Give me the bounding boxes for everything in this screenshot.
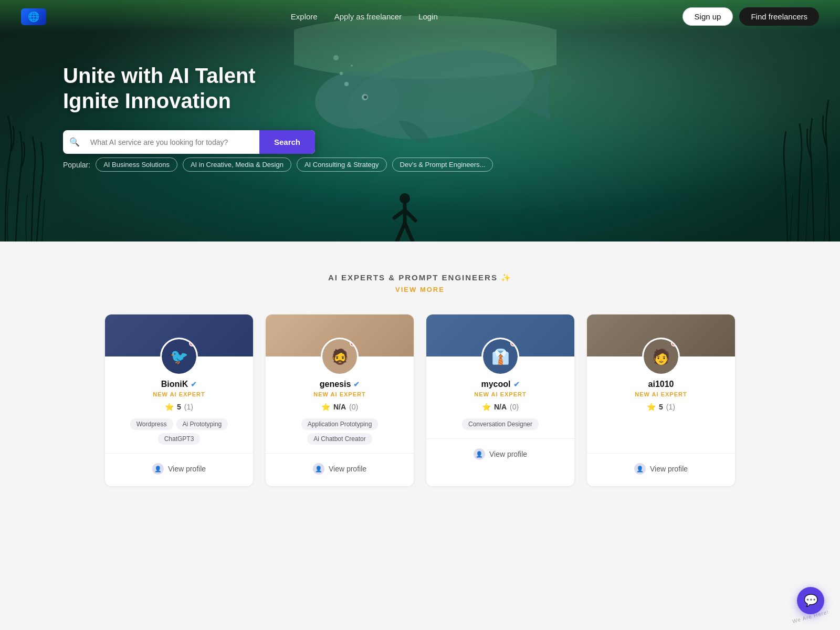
navbar: 🌐 Explore Apply as freelancer Login Sign… bbox=[0, 0, 840, 33]
card-top: 👔 bbox=[426, 314, 574, 356]
avatar: 👔 bbox=[481, 338, 519, 375]
expert-badge: NEW AI EXPERT bbox=[153, 391, 205, 397]
skill-tag[interactable]: Ai Chatbot Creator bbox=[307, 433, 372, 445]
main-content: AI EXPERTS & PROMPT ENGINEERS ✨ VIEW MOR… bbox=[0, 242, 840, 528]
find-freelancers-button[interactable]: Find freelancers bbox=[739, 7, 819, 26]
section-title: AI EXPERTS & PROMPT ENGINEERS ✨ bbox=[21, 273, 819, 282]
tag-devs[interactable]: Dev's & Prompt Engineers... bbox=[392, 158, 494, 172]
star-icon: ⭐ bbox=[482, 403, 491, 411]
verified-icon: ✔ bbox=[513, 380, 520, 388]
card-tags: WordpressAi PrototypingChatGPT3 bbox=[105, 418, 253, 445]
skill-tag[interactable]: ChatGPT3 bbox=[158, 433, 201, 445]
avatar: 🧑 bbox=[642, 338, 680, 375]
rating-value: N/A bbox=[333, 403, 346, 411]
hero-section: 🌐 Explore Apply as freelancer Login Sign… bbox=[0, 0, 840, 242]
expert-badge: NEW AI EXPERT bbox=[313, 391, 365, 397]
view-profile-button[interactable]: 👤 View profile bbox=[628, 460, 694, 478]
freelancer-card: 🧑 ai1010 NEW AI EXPERT ⭐ 5 (1) 👤 View pr… bbox=[587, 314, 735, 486]
card-tags: Conversation Designer bbox=[454, 418, 547, 430]
logo[interactable]: 🌐 bbox=[21, 8, 46, 25]
star-icon: ⭐ bbox=[321, 403, 330, 411]
skill-tag[interactable]: Ai Prototyping bbox=[176, 418, 228, 430]
star-icon: ⭐ bbox=[647, 403, 656, 411]
profile-icon: 👤 bbox=[474, 448, 485, 460]
card-divider bbox=[426, 438, 574, 439]
card-top: 🧔 bbox=[266, 314, 414, 356]
skill-tag[interactable]: Wordpress bbox=[130, 418, 173, 430]
svg-point-8 bbox=[333, 55, 339, 60]
logo-icon: 🌐 bbox=[21, 8, 46, 25]
profile-icon: 👤 bbox=[313, 463, 324, 475]
card-divider bbox=[587, 453, 735, 454]
popular-label: Popular: bbox=[63, 161, 90, 169]
search-icon: 🔍 bbox=[63, 137, 86, 147]
view-profile-label: View profile bbox=[329, 465, 366, 473]
whale-illustration bbox=[294, 16, 556, 173]
online-indicator bbox=[350, 340, 356, 346]
freelancer-card: 👔 mycool ✔ NEW AI EXPERT ⭐ N/A (0) Conve… bbox=[426, 314, 574, 486]
verified-icon: ✔ bbox=[191, 380, 197, 388]
skill-tag[interactable]: Application Prototyping bbox=[301, 418, 379, 430]
rating-count: (1) bbox=[666, 403, 675, 411]
nav-explore[interactable]: Explore bbox=[291, 12, 318, 21]
section-header: AI EXPERTS & PROMPT ENGINEERS ✨ VIEW MOR… bbox=[21, 273, 819, 293]
card-top: 🐦 bbox=[105, 314, 253, 356]
view-profile-label: View profile bbox=[489, 450, 527, 458]
expert-badge: NEW AI EXPERT bbox=[635, 391, 687, 397]
hero-title: Unite with AI Talent Ignite Innovation bbox=[63, 63, 315, 113]
view-profile-button[interactable]: 👤 View profile bbox=[146, 460, 212, 478]
freelancer-name: BioniK ✔ bbox=[161, 380, 197, 389]
rating-count: (1) bbox=[184, 403, 193, 411]
card-top: 🧑 bbox=[587, 314, 735, 356]
view-profile-label: View profile bbox=[168, 465, 206, 473]
verified-icon: ✔ bbox=[353, 380, 360, 388]
popular-tags: Popular: AI Business Solutions AI in Cre… bbox=[63, 158, 493, 172]
svg-point-6 bbox=[340, 72, 343, 75]
card-rating: ⭐ 5 (1) bbox=[165, 403, 193, 411]
online-indicator bbox=[189, 340, 195, 346]
svg-point-4 bbox=[364, 96, 367, 99]
rating-value: 5 bbox=[177, 403, 181, 411]
freelancer-name: genesis ✔ bbox=[320, 380, 360, 389]
view-profile-label: View profile bbox=[650, 465, 688, 473]
nav-links: Explore Apply as freelancer Login bbox=[291, 12, 438, 21]
expert-badge: NEW AI EXPERT bbox=[474, 391, 526, 397]
tag-consulting[interactable]: AI Consulting & Strategy bbox=[297, 158, 387, 172]
freelancer-card: 🐦 BioniK ✔ NEW AI EXPERT ⭐ 5 (1) Wordpre… bbox=[105, 314, 253, 486]
search-button[interactable]: Search bbox=[259, 130, 315, 154]
tag-business[interactable]: AI Business Solutions bbox=[96, 158, 177, 172]
freelancer-card: 🧔 genesis ✔ NEW AI EXPERT ⭐ N/A (0) Appl… bbox=[266, 314, 414, 486]
profile-icon: 👤 bbox=[634, 463, 646, 475]
online-indicator bbox=[671, 340, 677, 346]
freelancer-name: ai1010 bbox=[648, 380, 674, 389]
search-input[interactable] bbox=[86, 131, 259, 154]
star-icon: ⭐ bbox=[165, 403, 174, 411]
avatar: 🐦 bbox=[160, 338, 198, 375]
svg-point-7 bbox=[351, 65, 353, 67]
trees-right bbox=[714, 42, 840, 242]
nav-actions: Sign up Find freelancers bbox=[682, 7, 819, 26]
hero-content: Unite with AI Talent Ignite Innovation 🔍… bbox=[63, 63, 315, 154]
svg-point-5 bbox=[344, 82, 349, 86]
online-indicator bbox=[510, 340, 517, 346]
view-profile-button[interactable]: 👤 View profile bbox=[467, 445, 533, 463]
card-rating: ⭐ N/A (0) bbox=[482, 403, 519, 411]
card-divider bbox=[105, 453, 253, 454]
card-tags: Application PrototypingAi Chatbot Creato… bbox=[266, 418, 414, 445]
view-profile-button[interactable]: 👤 View profile bbox=[307, 460, 373, 478]
rating-value: N/A bbox=[494, 403, 507, 411]
card-rating: ⭐ 5 (1) bbox=[647, 403, 675, 411]
card-rating: ⭐ N/A (0) bbox=[321, 403, 358, 411]
skill-tag[interactable]: Conversation Designer bbox=[462, 418, 539, 430]
profile-icon: 👤 bbox=[152, 463, 164, 475]
nav-login[interactable]: Login bbox=[418, 12, 438, 21]
card-divider bbox=[266, 453, 414, 454]
signup-button[interactable]: Sign up bbox=[682, 7, 733, 26]
nav-apply[interactable]: Apply as freelancer bbox=[334, 12, 402, 21]
view-more-link[interactable]: VIEW MORE bbox=[21, 286, 819, 293]
freelancer-name: mycool ✔ bbox=[481, 380, 519, 389]
rating-count: (0) bbox=[349, 403, 358, 411]
avatar: 🧔 bbox=[321, 338, 359, 375]
tag-creative[interactable]: AI in Creative, Media & Design bbox=[183, 158, 291, 172]
freelancers-grid: 🐦 BioniK ✔ NEW AI EXPERT ⭐ 5 (1) Wordpre… bbox=[105, 314, 735, 486]
